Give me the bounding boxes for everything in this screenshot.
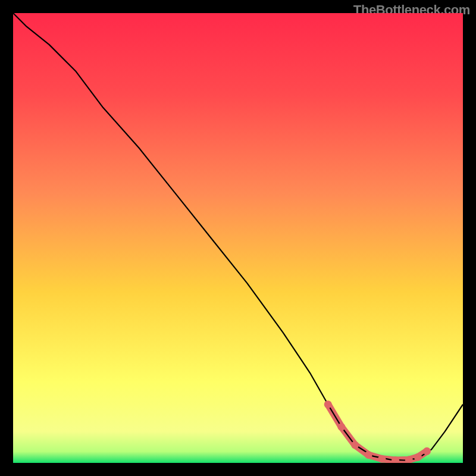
bottleneck-curve-line [13,13,463,461]
trough-marker-dot [365,451,372,459]
trough-stroke [328,405,427,461]
curve-overlay [13,13,463,463]
trough-marker-dot [351,441,359,449]
trough-marker-dot [324,400,332,408]
chart-container: TheBottleneck.com [0,0,476,476]
trough-marker-dot [337,423,345,431]
trough-marker-dot [423,447,431,455]
trough-markers [324,400,431,463]
plot-area [13,13,463,463]
trough-marker-dot [378,455,386,463]
trough-marker-dot [414,453,422,461]
